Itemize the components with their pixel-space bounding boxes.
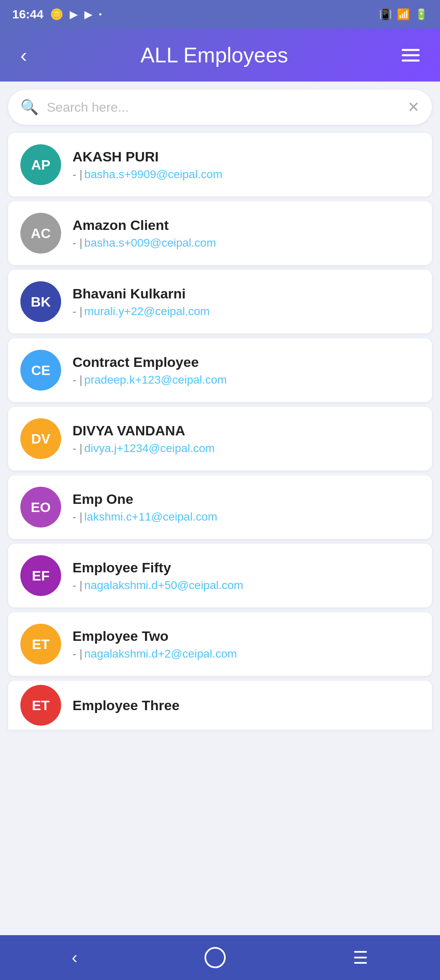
employee-email-row: - | basha.s+9909@ceipal.com xyxy=(73,168,222,181)
employee-email-row: - | pradeep.k+123@ceipal.com xyxy=(73,373,227,386)
nav-menu-button[interactable]: ☰ xyxy=(337,942,385,974)
nav-home-button[interactable] xyxy=(205,947,226,968)
employee-name: DIVYA VANDANA xyxy=(73,423,215,439)
employee-avatar: ET xyxy=(20,685,61,726)
employee-name: Bhavani Kulkarni xyxy=(73,286,210,302)
status-bar-left: 16:44 🪙 ▶ ▶ • xyxy=(12,7,102,21)
avatar-initials: EO xyxy=(31,499,51,515)
header: ‹ ALL Employees xyxy=(0,29,440,82)
employee-info: Amazon Client - | basha.s+009@ceipal.com xyxy=(73,217,216,249)
sim-icon: 🪙 xyxy=(50,8,63,21)
avatar-initials: AP xyxy=(31,157,50,173)
employee-info: Employee Fifty - | nagalakshmi.d+50@ceip… xyxy=(73,560,243,592)
email-prefix: - | xyxy=(73,373,82,386)
employee-card[interactable]: AC Amazon Client - | basha.s+009@ceipal.… xyxy=(8,201,432,265)
vibrate-icon: 📳 xyxy=(379,8,392,21)
menu-line-3 xyxy=(402,60,420,62)
search-input[interactable] xyxy=(47,100,399,115)
employee-avatar: EO xyxy=(20,487,61,528)
email-prefix: - | xyxy=(73,579,82,592)
employee-list: AP AKASH PURI - | basha.s+9909@ceipal.co… xyxy=(0,129,440,792)
dot-icon: • xyxy=(99,10,102,19)
employee-avatar: CE xyxy=(20,350,61,391)
avatar-initials: AC xyxy=(31,225,51,241)
avatar-initials: ET xyxy=(32,697,49,713)
email-prefix: - | xyxy=(73,510,82,523)
menu-line-2 xyxy=(402,54,420,56)
employee-email: pradeep.k+123@ceipal.com xyxy=(84,373,227,386)
employee-email-row: - | lakshmi.c+11@ceipal.com xyxy=(73,510,217,523)
employee-card[interactable]: EF Employee Fifty - | nagalakshmi.d+50@c… xyxy=(8,544,432,607)
wifi-icon: 📶 xyxy=(397,8,410,21)
employee-avatar: ET xyxy=(20,624,61,664)
email-prefix: - | xyxy=(73,442,82,455)
page-title: ALL Employees xyxy=(141,43,288,67)
employee-name: Employee Fifty xyxy=(73,560,243,576)
employee-email: lakshmi.c+11@ceipal.com xyxy=(84,510,217,523)
email-prefix: - | xyxy=(73,236,82,249)
bottom-navigation: ‹ ☰ xyxy=(0,935,440,980)
menu-button[interactable] xyxy=(398,45,424,66)
email-prefix: - | xyxy=(73,647,82,660)
employee-info: AKASH PURI - | basha.s+9909@ceipal.com xyxy=(73,149,222,181)
employee-name: AKASH PURI xyxy=(73,149,222,165)
employee-email-row: - | nagalakshmi.d+2@ceipal.com xyxy=(73,647,237,660)
employee-card[interactable]: DV DIVYA VANDANA - | divya.j+1234@ceipal… xyxy=(8,407,432,470)
clear-icon[interactable]: ✕ xyxy=(407,99,420,116)
employee-email: divya.j+1234@ceipal.com xyxy=(84,442,215,455)
nav-back-button[interactable]: ‹ xyxy=(55,942,94,973)
battery-icon: 🔋 xyxy=(415,8,428,21)
status-time: 16:44 xyxy=(12,7,44,21)
employee-email: nagalakshmi.d+2@ceipal.com xyxy=(84,647,237,660)
back-button[interactable]: ‹ xyxy=(16,40,31,71)
employee-email-row: - | murali.y+22@ceipal.com xyxy=(73,305,210,318)
youtube-icon: ▶ xyxy=(70,8,78,21)
employee-card[interactable]: EO Emp One - | lakshmi.c+11@ceipal.com xyxy=(8,475,432,539)
employee-email: basha.s+9909@ceipal.com xyxy=(84,168,222,181)
employee-email: murali.y+22@ceipal.com xyxy=(84,305,210,318)
employee-avatar: BK xyxy=(20,281,61,322)
avatar-initials: CE xyxy=(31,362,50,378)
employee-name: Emp One xyxy=(73,491,217,507)
employee-info: Employee Three xyxy=(73,697,180,713)
employee-info: Emp One - | lakshmi.c+11@ceipal.com xyxy=(73,491,217,523)
employee-info: Contract Employee - | pradeep.k+123@ceip… xyxy=(73,354,227,386)
youtube2-icon: ▶ xyxy=(84,8,92,21)
employee-email-row: - | nagalakshmi.d+50@ceipal.com xyxy=(73,579,243,592)
email-prefix: - | xyxy=(73,168,82,181)
employee-info: DIVYA VANDANA - | divya.j+1234@ceipal.co… xyxy=(73,423,215,455)
employee-avatar: EF xyxy=(20,555,61,596)
avatar-initials: DV xyxy=(31,431,50,447)
employee-avatar: AC xyxy=(20,213,61,254)
employee-email-row: - | basha.s+009@ceipal.com xyxy=(73,236,216,249)
employee-card[interactable]: CE Contract Employee - | pradeep.k+123@c… xyxy=(8,338,432,402)
employee-avatar: DV xyxy=(20,418,61,459)
employee-card[interactable]: ET Employee Two - | nagalakshmi.d+2@ceip… xyxy=(8,612,432,676)
employee-info: Bhavani Kulkarni - | murali.y+22@ceipal.… xyxy=(73,286,210,318)
employee-avatar: AP xyxy=(20,144,61,185)
avatar-initials: BK xyxy=(31,294,51,310)
employee-card[interactable]: BK Bhavani Kulkarni - | murali.y+22@ceip… xyxy=(8,270,432,333)
employee-info: Employee Two - | nagalakshmi.d+2@ceipal.… xyxy=(73,628,237,660)
email-prefix: - | xyxy=(73,305,82,318)
menu-line-1 xyxy=(402,49,420,51)
employee-name: Employee Two xyxy=(73,628,237,644)
employee-name: Amazon Client xyxy=(73,217,216,233)
employee-card-partial[interactable]: ET Employee Three xyxy=(8,681,432,730)
employee-name: Employee Three xyxy=(73,697,180,713)
avatar-initials: ET xyxy=(32,636,49,652)
employee-email-row: - | divya.j+1234@ceipal.com xyxy=(73,442,215,455)
avatar-initials: EF xyxy=(32,568,49,584)
status-bar: 16:44 🪙 ▶ ▶ • 📳 📶 🔋 xyxy=(0,0,440,29)
employee-email: nagalakshmi.d+50@ceipal.com xyxy=(84,579,243,592)
search-bar: 🔍 ✕ xyxy=(8,90,432,125)
employee-name: Contract Employee xyxy=(73,354,227,370)
employee-email: basha.s+009@ceipal.com xyxy=(84,236,216,249)
status-bar-right: 📳 📶 🔋 xyxy=(379,8,428,21)
search-icon: 🔍 xyxy=(20,99,39,116)
employee-card[interactable]: AP AKASH PURI - | basha.s+9909@ceipal.co… xyxy=(8,133,432,196)
